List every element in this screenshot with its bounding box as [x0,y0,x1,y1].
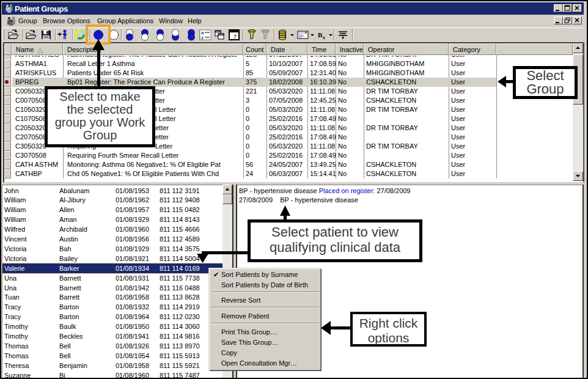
svg-text:B: B [318,31,323,39]
svg-text:7: 7 [233,34,237,40]
svg-text:z: z [201,35,204,40]
svg-text:x: x [323,35,325,40]
